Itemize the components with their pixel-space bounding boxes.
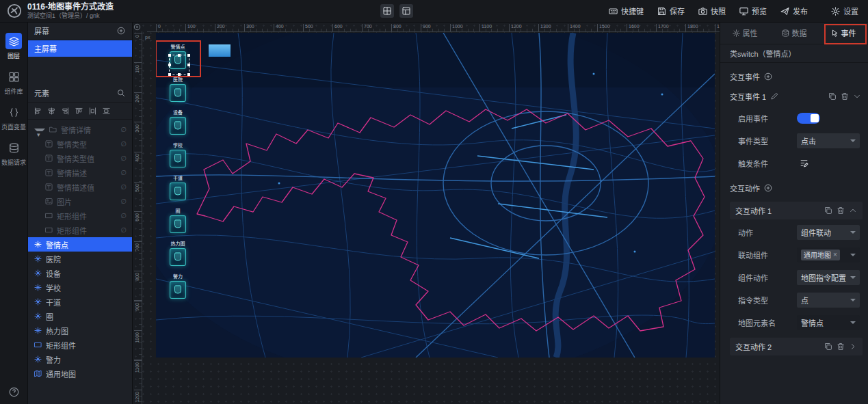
trash-icon[interactable] <box>837 206 845 215</box>
tree-item[interactable]: 矩形组件 <box>27 338 132 352</box>
sidebar-item-0[interactable]: 图层 <box>0 33 27 60</box>
tree-item[interactable]: 热力图 <box>27 323 132 338</box>
eye-off-icon[interactable]: ∅ <box>120 198 127 205</box>
event-group-1-header[interactable]: 交互事件 1 <box>720 86 868 107</box>
tree-item[interactable]: 警情类型∅ <box>27 137 132 151</box>
distribute-v-icon[interactable] <box>103 107 110 115</box>
preview-button[interactable]: 预览 <box>739 5 767 16</box>
tree-item[interactable]: 干道 <box>27 295 132 309</box>
component-action-select[interactable]: 地图指令配置 <box>797 270 860 285</box>
sidebar-item-1[interactable]: 组件库 <box>0 68 27 96</box>
title-block: 0116-地图事件方式改造 测试空间1（管理员）/ gnk <box>27 3 114 20</box>
tab-1[interactable]: 属性 <box>733 27 758 38</box>
marker-label: 设备 <box>163 109 193 116</box>
tab-3[interactable]: 事件 <box>831 27 856 38</box>
map-marker-8[interactable]: 警力 <box>163 273 193 299</box>
align-center-h-icon[interactable] <box>48 107 55 115</box>
eye-off-icon[interactable]: ∅ <box>120 212 127 219</box>
action-select[interactable]: 组件联动 <box>797 225 860 240</box>
tree-item[interactable]: 通用地图 <box>27 366 132 381</box>
topbar-center-icons <box>380 4 413 18</box>
layout-toggle[interactable] <box>399 4 413 18</box>
tree-item[interactable]: 警情描述值∅ <box>27 180 132 194</box>
settings-button[interactable]: 设置 <box>831 5 858 16</box>
map-marker-7[interactable]: 热力图 <box>163 241 193 266</box>
eye-off-icon[interactable]: ∅ <box>120 169 127 176</box>
trash-icon[interactable] <box>837 342 845 351</box>
action-group-2-header[interactable]: 交互动作 2 <box>730 338 863 355</box>
eye-off-icon[interactable]: ∅ <box>120 226 127 234</box>
copy-icon[interactable] <box>824 206 832 215</box>
add-action-icon[interactable] <box>764 184 772 192</box>
data-icon <box>782 29 789 37</box>
align-top-icon[interactable] <box>75 107 83 115</box>
tree-item[interactable]: 学校 <box>27 280 132 295</box>
variables-icon <box>5 104 22 120</box>
copy-icon[interactable] <box>824 342 832 351</box>
marker-label: 警力 <box>163 273 193 280</box>
tree-item[interactable]: 图片∅ <box>27 194 132 208</box>
action-group-1-header[interactable]: 交互动作 1 <box>730 202 863 219</box>
eye-off-icon[interactable]: ∅ <box>120 140 127 148</box>
help-icon[interactable] <box>9 387 19 397</box>
add-event-icon[interactable] <box>764 72 772 81</box>
caret-down-icon[interactable]: ▾ <box>34 129 45 131</box>
search-icon[interactable] <box>117 89 125 97</box>
map-artboard[interactable]: 警情点医院设备学校干道圈热力图警力 <box>156 33 715 358</box>
linked-component-select[interactable]: 通用地图 × <box>797 247 860 262</box>
map-marker-3[interactable]: 设备 <box>163 109 193 135</box>
remove-tag-icon[interactable]: × <box>833 251 837 258</box>
edit-icon[interactable] <box>770 92 778 100</box>
map-graphic <box>156 33 715 358</box>
tree-item[interactable]: 矩形组件∅ <box>27 223 132 237</box>
publish-button[interactable]: 发布 <box>780 5 808 16</box>
event-type-select[interactable]: 点击 <box>797 133 860 148</box>
distribute-h-icon[interactable] <box>89 107 96 115</box>
enable-event-toggle[interactable] <box>797 113 820 124</box>
chevron-down-icon[interactable] <box>853 92 861 100</box>
map-marker-2[interactable]: 医院 <box>163 77 193 102</box>
ruler-tick-label: 0 <box>158 24 161 29</box>
chevron-right-icon[interactable] <box>849 342 857 351</box>
add-screen-icon[interactable] <box>117 27 125 35</box>
chevron-up-icon[interactable] <box>849 206 857 215</box>
sidebar-item-label: 图层 <box>8 51 20 60</box>
tree-item[interactable]: 警力 <box>27 352 132 366</box>
ruler-tick-label: 700 <box>364 24 372 29</box>
tree-item[interactable]: 警情描述∅ <box>27 165 132 180</box>
tree-item-label: 警力 <box>46 354 61 365</box>
map-marker-5[interactable]: 干道 <box>163 175 193 200</box>
tree-item-label: 警情点 <box>46 239 68 250</box>
tree-item[interactable]: 警情类型值∅ <box>27 151 132 165</box>
save-button[interactable]: 保存 <box>657 5 685 16</box>
screen-item-main[interactable]: 主屏幕 <box>27 40 132 57</box>
trash-icon[interactable] <box>841 92 849 100</box>
ruler-tick-label: 300 <box>246 24 254 29</box>
tree-item[interactable]: 警情点 <box>27 237 132 252</box>
shortcuts-button[interactable]: 快捷键 <box>609 5 644 16</box>
sidebar-item-2[interactable]: 页面变量 <box>0 104 27 131</box>
map-element-select[interactable]: 警情点 <box>797 315 860 330</box>
tree-item[interactable]: 矩形组件∅ <box>27 208 132 223</box>
ruler-origin-icon[interactable] <box>133 23 141 31</box>
align-left-icon[interactable] <box>34 107 42 115</box>
tab-2[interactable]: 数据 <box>782 27 807 38</box>
map-marker-6[interactable]: 圈 <box>163 208 193 233</box>
eye-off-icon[interactable]: ∅ <box>120 126 127 133</box>
trigger-condition-icon[interactable] <box>797 157 811 170</box>
canvas[interactable]: px 0100200300400500600700800900100011001… <box>132 22 720 404</box>
command-type-select[interactable]: 点 <box>797 293 860 308</box>
align-right-icon[interactable] <box>62 107 69 115</box>
tree-item[interactable]: ▾警情详情∅ <box>27 122 132 137</box>
sidebar-item-3[interactable]: 数据请求 <box>0 139 27 167</box>
tree-item[interactable]: 圈 <box>27 309 132 323</box>
tree-item[interactable]: 医院 <box>27 252 132 266</box>
snapshot-button[interactable]: 快照 <box>698 5 726 16</box>
map-marker-4[interactable]: 学校 <box>163 142 193 167</box>
blue-rectangle-element[interactable] <box>209 44 231 57</box>
eye-off-icon[interactable]: ∅ <box>120 154 127 162</box>
eye-off-icon[interactable]: ∅ <box>120 183 127 191</box>
copy-icon[interactable] <box>828 92 837 100</box>
grid-toggle[interactable] <box>380 4 394 18</box>
tree-item[interactable]: 设备 <box>27 266 132 280</box>
